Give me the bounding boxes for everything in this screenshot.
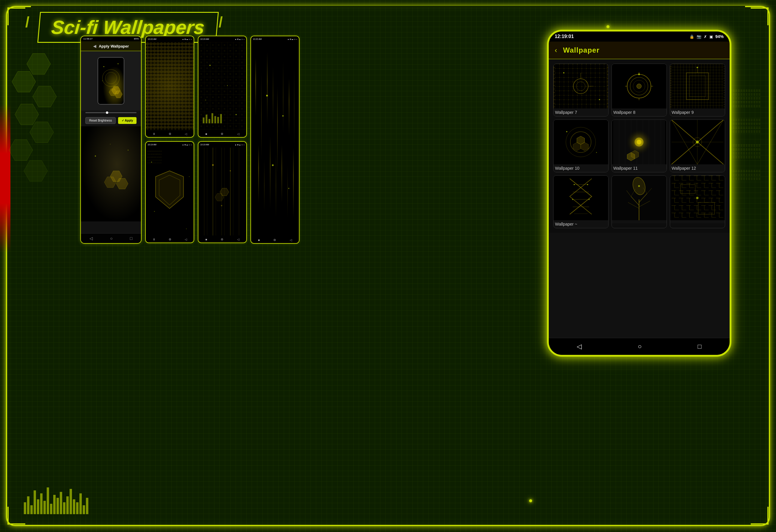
phone6-nav-back[interactable]: ◁ xyxy=(290,238,292,242)
wallpaper-item-14[interactable] xyxy=(611,175,667,228)
large-nav-home[interactable]: ○ xyxy=(638,343,641,350)
slash-right: / xyxy=(219,13,223,31)
phone2-wallpaper xyxy=(146,42,194,130)
phone4-wallpaper xyxy=(198,42,246,130)
wifi-off-icon: ✗ xyxy=(704,34,707,39)
svg-marker-5 xyxy=(9,140,33,161)
phone3-nav-settings[interactable]: ⚙ xyxy=(169,238,171,241)
wallpaper-item-8[interactable]: Wallpaper 8 xyxy=(611,64,667,116)
svg-point-126 xyxy=(637,140,641,145)
svg-marker-0 xyxy=(27,53,50,74)
svg-point-99 xyxy=(638,73,640,75)
svg-rect-74 xyxy=(287,165,287,218)
phone3-icons: ▲ ⊠ ☁ ▭ + xyxy=(182,144,192,146)
phone2-nav: ⏸ ⚙ ◁ xyxy=(146,130,194,137)
svg-point-89 xyxy=(563,72,565,73)
phone6-icons: ▲ ⊠ ☁ ▭ + xyxy=(287,38,297,40)
phones-col-3: 10:19 AM ▲ ⊠ ☁ ▭ + xyxy=(198,36,247,243)
svg-rect-75 xyxy=(293,148,294,217)
large-nav-back[interactable]: ◁ xyxy=(577,343,582,350)
wallpaper-item-13[interactable]: Wallpaper ~ xyxy=(553,175,609,228)
wallpaper-thumb-10 xyxy=(554,120,608,164)
phone6-content xyxy=(251,42,299,237)
apply-nav-recents[interactable]: □ xyxy=(130,236,132,241)
svg-point-79 xyxy=(288,188,289,189)
phone6-nav-pause[interactable]: ■ xyxy=(258,238,260,242)
phone2-time: 10:22 AM xyxy=(148,38,157,40)
apply-header-title: Apply Wallpaper xyxy=(99,44,129,48)
camera-icon: 📷 xyxy=(697,34,701,39)
phone-shield[interactable]: 10:19 AM ▲ ⊠ ☁ ▭ + 01001010101010 101101… xyxy=(145,141,194,243)
wallpaper-back-arrow[interactable]: ‹ xyxy=(555,46,557,54)
svg-text:01001010101010: 01001010101010 xyxy=(147,151,162,152)
phone2-status: 10:22 AM ▲ ⊠ ☁ ▭ + xyxy=(146,36,194,42)
wallpaper-thumb-12 xyxy=(670,120,725,164)
phone5-icons: ▲ ⊠ ☁ ▭ + xyxy=(235,144,244,146)
large-nav-recents[interactable]: □ xyxy=(698,343,702,350)
phone6-nav-settings[interactable]: ⚙ xyxy=(273,238,276,242)
phone4-nav-settings[interactable]: ⚙ xyxy=(221,132,223,136)
phone4-nav: ■ ⚙ ◁ xyxy=(198,130,246,137)
svg-rect-22 xyxy=(146,42,194,130)
svg-point-113 xyxy=(566,131,568,132)
apply-nav-home[interactable]: ○ xyxy=(110,236,113,241)
svg-point-78 xyxy=(272,164,274,166)
phone5-nav-settings[interactable]: ⚙ xyxy=(221,238,223,241)
phone-large-nav-bar: ◁ ○ □ xyxy=(549,338,730,355)
svg-point-94 xyxy=(637,84,641,88)
svg-rect-67 xyxy=(289,78,289,136)
phone-streaks[interactable]: 10:20 AM ▲ ⊠ ☁ ▭ + xyxy=(250,36,300,244)
phone-circuit[interactable]: 10:19 AM ▲ ⊠ ☁ ▭ + xyxy=(198,36,247,138)
phone-vertical-lines[interactable]: 10:19 AM ▲ ⊠ ☁ ▭ + xyxy=(198,141,247,243)
phone6-time: 10:20 AM xyxy=(253,38,262,40)
phone-apply-wallpaper[interactable]: 11:58:27 85% ◀ Apply Wallpaper xyxy=(80,36,142,244)
phone3-nav-pause[interactable]: ⏸ xyxy=(153,238,156,241)
wallpaper-item-7[interactable]: Wallpaper 7 xyxy=(553,64,609,116)
status-right-icons: 🔒 📷 ✗ ▣ 94% xyxy=(690,34,724,39)
wallpaper-item-9[interactable]: Wallpaper 9 xyxy=(670,64,725,116)
svg-point-31 xyxy=(186,229,187,229)
brightness-slider[interactable] xyxy=(85,112,137,113)
apply-back-icon[interactable]: ◀ xyxy=(93,44,96,48)
svg-rect-72 xyxy=(276,154,276,218)
reset-brightness-button[interactable]: Reset Brightness xyxy=(85,117,116,124)
phone4-time: 10:19 AM xyxy=(200,38,209,40)
phone2-nav-pause[interactable]: ⏸ xyxy=(153,132,156,136)
wallpaper-thumb-14 xyxy=(612,176,666,220)
phone5-nav-back[interactable]: ◁ xyxy=(237,238,239,241)
apply-button[interactable]: ✓ Apply xyxy=(118,117,137,124)
phone3-nav-back[interactable]: ◁ xyxy=(185,238,187,241)
corner-decoration-tl xyxy=(7,7,25,25)
svg-text:10110101001011: 10110101001011 xyxy=(147,153,162,155)
phone2-nav-settings[interactable]: ⚙ xyxy=(169,132,171,136)
wallpaper-item-15[interactable] xyxy=(670,175,725,228)
phone4-nav-back[interactable]: ◁ xyxy=(237,132,239,136)
apply-phone-preview xyxy=(98,57,124,104)
wallpaper-label-12: Wallpaper 12 xyxy=(670,164,725,172)
svg-point-77 xyxy=(282,115,284,117)
large-phone-time: 12:19:01 xyxy=(555,34,574,39)
svg-rect-69 xyxy=(258,145,259,203)
svg-point-28 xyxy=(151,162,152,163)
glow-dot-br xyxy=(529,499,532,502)
phone-dot-pattern[interactable]: 10:22 AM ▲ ⊠ ☁ ▭ + ⏸ ⚙ xyxy=(145,36,194,138)
svg-point-13 xyxy=(118,63,119,64)
phones-col-2: 10:22 AM ▲ ⊠ ☁ ▭ + ⏸ ⚙ xyxy=(145,36,194,243)
apply-time: 11:58:27 xyxy=(83,37,92,40)
wallpaper-label-14 xyxy=(612,220,666,223)
wallpaper-item-11[interactable]: Wallpaper 11 xyxy=(611,119,667,172)
wallpaper-item-10[interactable]: Wallpaper 10 xyxy=(553,119,609,172)
svg-marker-4 xyxy=(30,122,53,143)
phone-large-wallpaper-app[interactable]: 12:19:01 🔒 📷 ✗ ▣ 94% ‹ Wallpaper xyxy=(547,30,731,357)
svg-marker-1 xyxy=(12,71,36,92)
phone2-nav-back[interactable]: ◁ xyxy=(185,132,187,136)
brightness-thumb[interactable] xyxy=(106,111,108,114)
svg-point-107 xyxy=(697,67,698,68)
phone5-nav-pause[interactable]: ■ xyxy=(205,238,207,241)
svg-point-14 xyxy=(102,80,103,81)
svg-point-58 xyxy=(212,164,214,166)
wallpaper-label-13: Wallpaper ~ xyxy=(554,220,608,228)
wallpaper-item-12[interactable]: Wallpaper 12 xyxy=(670,119,725,172)
phone4-nav-pause[interactable]: ■ xyxy=(205,132,207,136)
apply-nav-back[interactable]: ◁ xyxy=(89,236,93,241)
